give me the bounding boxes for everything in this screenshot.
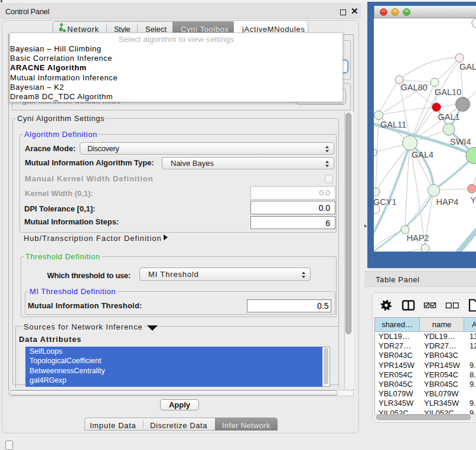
svg-text:GAL80: GAL80: [401, 83, 428, 92]
svg-text:GAL4: GAL4: [412, 150, 433, 159]
svg-text:HAP4: HAP4: [436, 197, 459, 207]
svg-text:GAL11: GAL11: [380, 120, 406, 129]
svg-text:HAP2: HAP2: [407, 233, 429, 243]
svg-text:GAL1: GAL1: [438, 112, 460, 122]
svg-text:GCY1: GCY1: [374, 197, 397, 207]
svg-text:GAL8: GAL8: [459, 62, 476, 71]
svg-text:SWI4: SWI4: [450, 137, 471, 146]
svg-text:GAL10: GAL10: [435, 87, 461, 97]
svg-text:Y: Y: [471, 195, 476, 205]
